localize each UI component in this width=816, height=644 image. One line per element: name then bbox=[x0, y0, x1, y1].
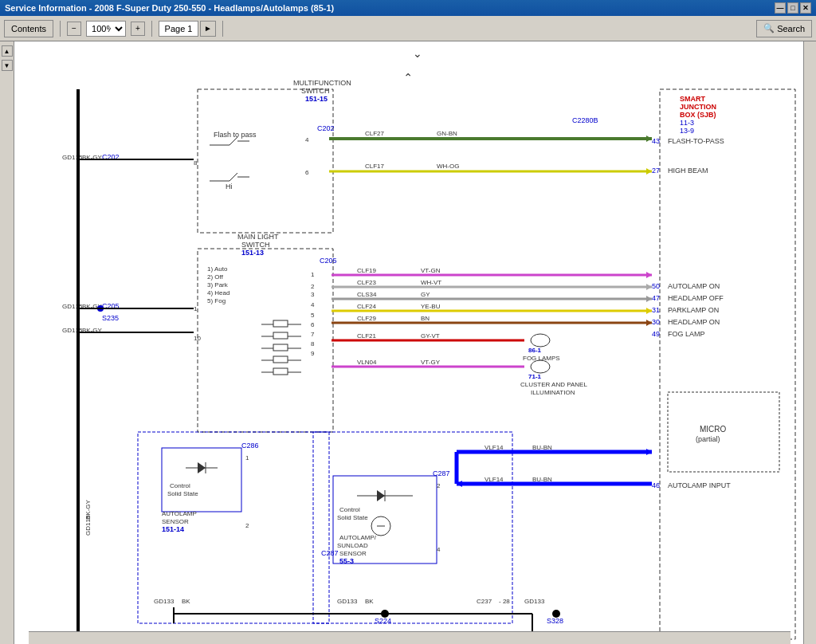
svg-text:47: 47 bbox=[652, 294, 660, 302]
toolbar-separator-3 bbox=[222, 21, 223, 37]
svg-text:C2280B: C2280B bbox=[572, 116, 598, 124]
toolbar: Contents − 100% 75% 125% 150% + ► 🔍 Sear… bbox=[0, 16, 816, 41]
search-button[interactable]: 🔍 Search bbox=[756, 20, 812, 37]
page-input[interactable] bbox=[159, 21, 198, 37]
search-label: Search bbox=[777, 24, 805, 33]
svg-text:13-9: 13-9 bbox=[680, 127, 694, 135]
svg-text:CLF23: CLF23 bbox=[357, 279, 377, 286]
svg-text:SUNLOAD: SUNLOAD bbox=[337, 542, 368, 549]
svg-text:MAIN LIGHT: MAIN LIGHT bbox=[237, 233, 279, 241]
svg-text:Control: Control bbox=[339, 506, 360, 513]
zoom-out-button[interactable]: − bbox=[67, 22, 81, 36]
svg-text:CLF24: CLF24 bbox=[357, 303, 377, 310]
svg-text:CLF19: CLF19 bbox=[357, 267, 377, 274]
minimize-button[interactable]: — bbox=[775, 2, 786, 14]
svg-text:PARKLAMP ON: PARKLAMP ON bbox=[668, 306, 719, 314]
svg-text:Hi: Hi bbox=[226, 183, 233, 190]
sidebar-icon-1[interactable]: ▲ bbox=[2, 45, 13, 57]
svg-text:VLF14: VLF14 bbox=[484, 476, 504, 483]
title-bar: Service Information - 2008 F-Super Duty … bbox=[0, 0, 816, 16]
svg-text:1: 1 bbox=[194, 305, 198, 312]
svg-text:2: 2 bbox=[311, 283, 315, 290]
svg-text:GD115: GD115 bbox=[84, 515, 92, 536]
svg-text:71-1: 71-1 bbox=[528, 373, 542, 380]
svg-text:7: 7 bbox=[311, 331, 315, 338]
svg-text:SENSOR: SENSOR bbox=[339, 550, 367, 557]
svg-text:2) Off: 2) Off bbox=[207, 273, 224, 281]
close-button[interactable]: ✕ bbox=[800, 2, 811, 14]
svg-text:151-15: 151-15 bbox=[305, 95, 328, 103]
svg-text:AUTOLAMP ON: AUTOLAMP ON bbox=[668, 282, 720, 290]
sidebar-icon-2[interactable]: ▼ bbox=[2, 60, 13, 71]
svg-text:CLF29: CLF29 bbox=[357, 315, 377, 322]
svg-text:CLF27: CLF27 bbox=[365, 130, 385, 137]
svg-text:2: 2 bbox=[437, 482, 441, 489]
svg-text:5) Fog: 5) Fog bbox=[207, 297, 226, 304]
svg-text:BOX (SJB): BOX (SJB) bbox=[680, 111, 716, 119]
svg-text:FLASH-TO-PASS: FLASH-TO-PASS bbox=[668, 137, 724, 145]
svg-text:C205: C205 bbox=[320, 257, 337, 265]
svg-text:6: 6 bbox=[305, 169, 309, 176]
svg-text:BU-BN: BU-BN bbox=[532, 444, 552, 451]
svg-text:31: 31 bbox=[652, 306, 660, 314]
toolbar-separator-2 bbox=[151, 21, 152, 37]
svg-text:ILLUMINATION: ILLUMINATION bbox=[531, 389, 575, 396]
svg-text:4: 4 bbox=[311, 301, 315, 308]
svg-text:C287: C287 bbox=[321, 549, 339, 557]
svg-text:CLF21: CLF21 bbox=[357, 332, 377, 340]
svg-text:11-3: 11-3 bbox=[680, 119, 694, 127]
svg-text:(partial): (partial) bbox=[696, 435, 720, 443]
zoom-in-button[interactable]: + bbox=[131, 22, 145, 36]
svg-text:4: 4 bbox=[305, 136, 309, 143]
svg-text:HEADLAMP ON: HEADLAMP ON bbox=[668, 318, 720, 326]
svg-text:SMART: SMART bbox=[680, 95, 705, 103]
svg-text:Solid State: Solid State bbox=[337, 514, 368, 521]
svg-text:GD133: GD133 bbox=[154, 598, 175, 605]
bottom-scrollbar[interactable] bbox=[29, 631, 790, 644]
svg-text:46: 46 bbox=[652, 481, 660, 489]
svg-text:Flash to pass: Flash to pass bbox=[214, 131, 257, 139]
title-bar-buttons: — □ ✕ bbox=[775, 2, 811, 14]
svg-text:86-1: 86-1 bbox=[528, 347, 542, 354]
svg-text:WH-VT: WH-VT bbox=[421, 279, 441, 286]
svg-text:GY-VT: GY-VT bbox=[421, 332, 440, 340]
svg-text:GY: GY bbox=[421, 291, 430, 298]
left-sidebar: ▲ ▼ bbox=[0, 41, 14, 644]
svg-text:YE-BU: YE-BU bbox=[421, 303, 441, 310]
svg-text:C202: C202 bbox=[317, 124, 335, 132]
right-scrollbar[interactable] bbox=[803, 41, 816, 644]
svg-text:3: 3 bbox=[311, 291, 315, 298]
svg-text:9: 9 bbox=[311, 350, 315, 357]
svg-text:S328: S328 bbox=[547, 617, 563, 625]
svg-text:BU-BN: BU-BN bbox=[532, 476, 552, 483]
svg-text:C237: C237 bbox=[477, 598, 492, 605]
svg-text:AUTOLAMP: AUTOLAMP bbox=[162, 510, 197, 517]
page-nav-button[interactable]: ► bbox=[200, 21, 216, 37]
svg-text:FOG LAMPS: FOG LAMPS bbox=[523, 355, 560, 362]
svg-text:VT-GY: VT-GY bbox=[421, 359, 441, 366]
svg-text:50: 50 bbox=[652, 282, 660, 290]
svg-text:8: 8 bbox=[311, 340, 315, 348]
contents-button[interactable]: Contents bbox=[4, 20, 53, 37]
svg-text:FOG LAMP: FOG LAMP bbox=[668, 330, 705, 338]
svg-text:SWITCH: SWITCH bbox=[301, 87, 330, 95]
svg-text:1: 1 bbox=[311, 271, 315, 278]
toolbar-separator-1 bbox=[60, 21, 61, 37]
svg-text:BK: BK bbox=[365, 598, 374, 605]
svg-text:2: 2 bbox=[245, 522, 249, 529]
zoom-select[interactable]: 100% 75% 125% 150% bbox=[86, 21, 126, 37]
svg-text:27: 27 bbox=[652, 167, 660, 175]
svg-text:5: 5 bbox=[311, 312, 315, 319]
svg-text:49: 49 bbox=[652, 330, 660, 338]
diagram-canvas: SMART JUNCTION BOX (SJB) 11-3 13-9 FLASH… bbox=[14, 41, 803, 644]
svg-text:Control: Control bbox=[170, 482, 190, 489]
maximize-button[interactable]: □ bbox=[787, 2, 798, 14]
svg-text:⌄: ⌄ bbox=[403, 71, 413, 84]
svg-text:⌄: ⌄ bbox=[413, 47, 422, 60]
svg-text:GD133: GD133 bbox=[337, 598, 358, 605]
svg-text:VLN04: VLN04 bbox=[357, 359, 377, 366]
svg-text:AUTOLAMP/: AUTOLAMP/ bbox=[339, 534, 377, 541]
svg-text:43: 43 bbox=[652, 137, 660, 145]
svg-text:CLS34: CLS34 bbox=[357, 291, 377, 298]
svg-text:4) Head: 4) Head bbox=[207, 289, 230, 296]
